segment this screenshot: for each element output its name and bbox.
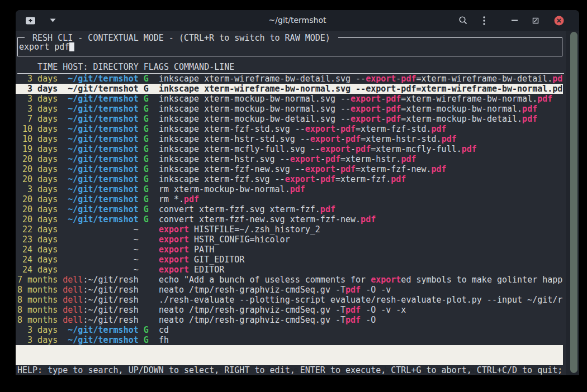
history-row[interactable]: 24 days ~ export PATH: [16, 245, 563, 255]
history-row[interactable]: 19 days ~/git/termshot G inkscape xterm-…: [16, 144, 563, 154]
history-row[interactable]: 8 months dell:~/git/resh neato /tmp/resh…: [16, 315, 563, 325]
history-row[interactable]: 8 months dell:~/git/resh neato /tmp/resh…: [16, 285, 563, 295]
history-row[interactable]: 20 days ~/git/termshot G convert xterm-f…: [16, 204, 563, 214]
desktop-background: ~/git/termshot: [0, 0, 587, 392]
history-row[interactable]: 23 days ~ export HSTR_CONFIG=hicolor: [16, 235, 563, 245]
history-row[interactable]: 3 days ~/git/termshot G inkscape xterm-m…: [16, 104, 563, 114]
history-row[interactable]: 20 days ~/git/termshot G inkscape xterm-…: [16, 174, 563, 184]
history-row[interactable]: 8 months dell:~/git/resh ./resh-evaluate…: [16, 295, 563, 305]
history-row[interactable]: 3 days ~/git/termshot G inkscape xterm-w…: [16, 74, 563, 84]
history-row-selected[interactable]: 3 days ~/git/termshot G inkscape xterm-w…: [16, 84, 563, 94]
text-cursor: [69, 42, 74, 51]
search-box[interactable]: RESH CLI - CONTEXTUAL MODE - (CTRL+R to …: [17, 37, 562, 56]
restore-button[interactable]: [529, 14, 542, 27]
kebab-menu-icon: [483, 16, 485, 25]
table-header: TIME HOST: DIRECTORY FLAGS COMMAND-LINE: [17, 62, 564, 74]
scrollbar-thumb[interactable]: [570, 32, 577, 373]
history-row[interactable]: 20 days ~/git/termshot G convert xterm-f…: [16, 214, 563, 224]
search-button[interactable]: [456, 14, 470, 27]
help-bar: HELP: type to search, UP/DOWN to select,…: [17, 365, 564, 375]
history-row[interactable]: 3 days ~/git/termshot G inkscape xterm-m…: [16, 94, 563, 104]
history-row[interactable]: 10 days ~/git/termshot G inkscape xterm-…: [16, 134, 563, 144]
history-row[interactable]: 3 days ~/git/termshot G cd: [16, 325, 563, 335]
scrollbar-track[interactable]: [566, 31, 579, 375]
search-query-text: export pdf: [19, 42, 69, 52]
history-row[interactable]: 20 days ~/git/termshot G inkscape xterm-…: [16, 164, 563, 174]
history-row[interactable]: 20 days ~/git/termshot G rm *.pdf: [16, 194, 563, 204]
history-rows: 3 days ~/git/termshot G inkscape xterm-w…: [16, 74, 563, 345]
history-row[interactable]: 8 months dell:~/git/resh neato /tmp/resh…: [16, 305, 563, 315]
search-input[interactable]: export pdf: [19, 42, 74, 52]
history-row[interactable]: 24 days ~ export EDITOR: [16, 265, 563, 275]
minimize-icon: [512, 20, 518, 21]
history-row[interactable]: 22 days ~ export HISTFILE=~/.zsh_history…: [16, 224, 563, 235]
restore-icon: [532, 17, 539, 24]
search-icon: [458, 16, 468, 25]
history-row[interactable]: 3 days ~/git/termshot G rm xterm-mockup-…: [16, 184, 563, 194]
history-row[interactable]: 24 days ~ export GIT_EDITOR: [16, 255, 563, 265]
history-row[interactable]: 7 days ~/git/termshot G inkscape xterm-m…: [16, 114, 563, 124]
history-row[interactable]: 20 days ~/git/termshot G inkscape xterm-…: [16, 154, 563, 164]
selected-entry-detail: 2020-05-07 17:17:28 tower:~/git/termshot…: [16, 345, 563, 365]
close-icon: [554, 16, 564, 26]
history-row[interactable]: 7 months dell:~/git/resh echo "Add a bun…: [16, 275, 563, 285]
titlebar[interactable]: ~/git/termshot: [16, 10, 579, 31]
menu-button[interactable]: [477, 14, 491, 27]
minimize-button[interactable]: [508, 14, 521, 27]
history-row[interactable]: 10 days ~/git/termshot G inkscape xterm-…: [16, 124, 563, 134]
terminal-screen[interactable]: RESH CLI - CONTEXTUAL MODE - (CTRL+R to …: [16, 31, 579, 375]
close-button[interactable]: [552, 14, 566, 27]
history-row[interactable]: 3 days ~/git/termshot G fh: [16, 335, 563, 345]
terminal-window: ~/git/termshot: [16, 10, 579, 375]
